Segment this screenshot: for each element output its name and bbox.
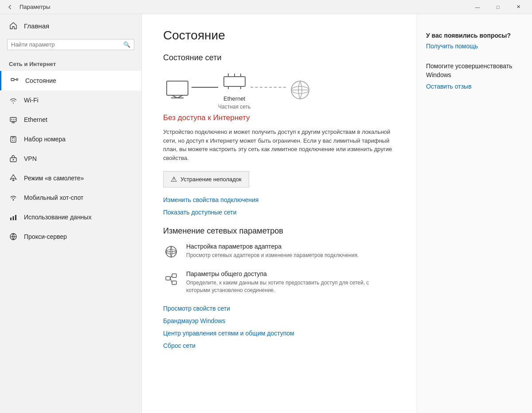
sidebar-item-wifi[interactable]: Wi-Fi bbox=[0, 90, 141, 110]
sidebar: Главная 🔍 Сеть и Интернет Состояние Wi-F… bbox=[0, 14, 142, 413]
sidebar-item-status-label: Состояние bbox=[25, 77, 56, 84]
sidebar-item-dialup[interactable]: Набор номера bbox=[0, 129, 141, 149]
sidebar-item-airplane-label: Режим «в самолете» bbox=[24, 175, 84, 182]
sidebar-item-vpn-label: VPN bbox=[24, 155, 37, 162]
sidebar-item-ethernet-label: Ethernet bbox=[24, 116, 47, 123]
private-network-label: Частная сеть bbox=[218, 104, 250, 110]
warning-icon: ⚠ bbox=[171, 175, 177, 183]
proxy-icon bbox=[9, 232, 18, 241]
sidebar-item-hotspot-label: Мобильный хот-спот bbox=[24, 194, 83, 201]
svg-rect-41 bbox=[166, 277, 170, 280]
improve-title: Помогите усовершенствовать Windows bbox=[426, 62, 523, 79]
sidebar-item-dialup-label: Набор номера bbox=[24, 136, 66, 143]
troubleshoot-label: Устранение неполадок bbox=[180, 176, 242, 183]
main-content: Состояние Состояние сети bbox=[142, 14, 417, 413]
sharing-settings-title: Параметры общего доступа bbox=[186, 270, 372, 277]
ethernet-icon bbox=[9, 115, 18, 124]
dialup-icon bbox=[9, 135, 18, 144]
right-panel: У вас появились вопросы? Получить помощь… bbox=[417, 14, 532, 413]
minimize-button[interactable]: — bbox=[467, 0, 488, 14]
sharing-settings-desc: Определите, к каким данным вы хотите пре… bbox=[186, 279, 372, 294]
svg-point-13 bbox=[14, 140, 15, 141]
svg-rect-25 bbox=[167, 81, 188, 95]
sidebar-item-wifi-label: Wi-Fi bbox=[24, 97, 39, 104]
svg-rect-0 bbox=[11, 78, 14, 81]
network-diagram: Ethernet Частная сеть bbox=[163, 70, 395, 110]
view-network-props-link[interactable]: Просмотр свойств сети bbox=[163, 305, 395, 312]
svg-rect-29 bbox=[224, 77, 245, 86]
adapter-settings-title: Настройка параметров адаптера bbox=[186, 243, 359, 250]
adapter-settings-desc: Просмотр сетевых адаптеров и изменение п… bbox=[186, 252, 359, 259]
computer-icon bbox=[163, 78, 192, 101]
reset-network-link[interactable]: Сброс сети bbox=[163, 342, 395, 349]
show-networks-link[interactable]: Показать доступные сети bbox=[163, 209, 395, 216]
change-properties-link[interactable]: Изменить свойства подключения bbox=[163, 196, 395, 203]
sidebar-item-airplane[interactable]: Режим «в самолете» bbox=[0, 168, 141, 188]
main-layout: Главная 🔍 Сеть и Интернет Состояние Wi-F… bbox=[0, 14, 532, 413]
svg-point-16 bbox=[13, 159, 14, 160]
svg-point-2 bbox=[16, 79, 18, 81]
dashed-line bbox=[250, 87, 286, 88]
sidebar-item-status[interactable]: Состояние bbox=[0, 71, 141, 90]
sharing-settings-icon bbox=[163, 271, 179, 287]
home-icon bbox=[9, 21, 18, 30]
sharing-settings-item: Параметры общего доступа Определите, к к… bbox=[163, 270, 395, 294]
search-box[interactable]: 🔍 bbox=[7, 39, 134, 50]
app-title: Параметры bbox=[20, 4, 50, 10]
svg-point-11 bbox=[14, 138, 15, 139]
ethernet-diagram-label: Ethernet bbox=[223, 95, 245, 102]
data-usage-icon bbox=[9, 213, 18, 222]
sidebar-item-hotspot[interactable]: Мобильный хот-спот bbox=[0, 188, 141, 207]
sidebar-item-datausage[interactable]: Использование данных bbox=[0, 207, 141, 227]
get-help-link[interactable]: Получить помощь bbox=[426, 43, 523, 50]
troubleshoot-button[interactable]: ⚠ Устранение неполадок bbox=[163, 171, 249, 187]
maximize-button[interactable]: □ bbox=[488, 0, 508, 14]
close-button[interactable]: ✕ bbox=[508, 0, 528, 14]
search-input[interactable] bbox=[11, 41, 123, 48]
sidebar-item-proxy[interactable]: Прокси-сервер bbox=[0, 227, 141, 246]
wifi-icon bbox=[9, 96, 18, 105]
sidebar-section-title: Сеть и Интернет bbox=[0, 57, 141, 71]
no-internet-status: Без доступа к Интернету bbox=[163, 113, 395, 122]
adapter-settings-item: Настройка параметров адаптера Просмотр с… bbox=[163, 243, 395, 260]
back-button[interactable] bbox=[4, 1, 16, 13]
status-description: Устройство подключено и может получить д… bbox=[163, 128, 395, 162]
svg-line-45 bbox=[170, 278, 172, 283]
connection-line bbox=[192, 87, 218, 88]
home-label: Главная bbox=[24, 22, 49, 30]
titlebar: Параметры — □ ✕ bbox=[0, 0, 532, 14]
network-center-link[interactable]: Центр управления сетями и общим доступом bbox=[163, 330, 395, 337]
sidebar-item-ethernet[interactable]: Ethernet bbox=[0, 110, 141, 129]
sidebar-item-vpn[interactable]: VPN bbox=[0, 149, 141, 168]
hotspot-icon bbox=[9, 193, 18, 202]
firewall-link[interactable]: Брандмауэр Windows bbox=[163, 317, 395, 324]
svg-rect-20 bbox=[10, 218, 12, 220]
adapter-settings-icon bbox=[163, 244, 179, 260]
sidebar-item-datausage-label: Использование данных bbox=[24, 214, 91, 221]
svg-rect-22 bbox=[15, 215, 16, 220]
svg-rect-42 bbox=[172, 274, 176, 277]
globe-icon bbox=[286, 78, 314, 101]
svg-point-19 bbox=[13, 199, 14, 201]
feedback-link[interactable]: Оставить отзыв bbox=[426, 83, 523, 90]
help-question: У вас появились вопросы? bbox=[426, 32, 523, 39]
sidebar-item-home[interactable]: Главная bbox=[0, 14, 141, 37]
page-title: Состояние bbox=[163, 28, 395, 43]
svg-rect-21 bbox=[13, 216, 14, 220]
airplane-icon bbox=[9, 174, 18, 183]
sidebar-item-proxy-label: Прокси-сервер bbox=[24, 233, 67, 240]
network-status-icon bbox=[10, 76, 19, 85]
svg-point-10 bbox=[12, 138, 13, 139]
search-icon: 🔍 bbox=[123, 41, 130, 48]
window-controls: — □ ✕ bbox=[467, 0, 528, 14]
change-settings-title: Изменение сетевых параметров bbox=[163, 226, 395, 236]
svg-point-12 bbox=[12, 140, 13, 141]
svg-rect-43 bbox=[172, 281, 176, 284]
vpn-icon bbox=[9, 154, 18, 163]
switch-icon: Ethernet Частная сеть bbox=[218, 70, 250, 110]
network-status-title: Состояние сети bbox=[163, 53, 395, 62]
